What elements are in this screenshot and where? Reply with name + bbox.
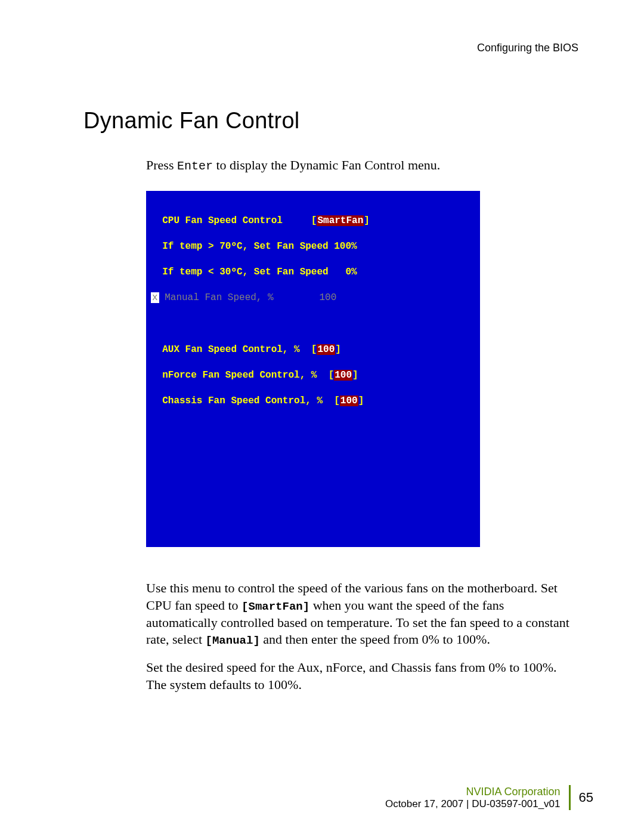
bios-pad3 — [151, 472, 475, 485]
footer-date: October 17, 2007 | DU-03597-001_v01 — [385, 798, 561, 810]
bios-x: x — [151, 292, 159, 303]
bios-screenshot: CPU Fan Speed Control [SmartFan] If temp… — [146, 191, 480, 547]
intro-post: to display the Dynamic Fan Control menu. — [213, 157, 440, 172]
bios-l5-close: ] — [335, 344, 341, 355]
bios-line-aux: AUX Fan Speed Control, % [100] — [151, 344, 475, 357]
footer-page-number: 65 — [579, 790, 593, 805]
bios-manual-rest: Manual Fan Speed, % 100 — [159, 292, 337, 303]
bios-pad1 — [151, 421, 475, 434]
p1-t3: and then enter the speed from 0% to 100%… — [260, 632, 490, 647]
bios-pad2 — [151, 446, 475, 459]
intro-mono: Enter — [177, 159, 213, 173]
intro-pre: Press — [146, 157, 177, 172]
bios-l7-label: Chassis Fan Speed Control, % [ — [151, 396, 340, 406]
paragraph-2: Set the desired speed for the Aux, nForc… — [146, 659, 578, 693]
bios-l1-label: CPU Fan Speed Control [ — [151, 215, 317, 226]
p1-m1: [SmartFan] — [242, 600, 309, 613]
bios-l1-close: ] — [364, 215, 370, 226]
bios-l6-close: ] — [352, 370, 358, 381]
p1-m2: [Manual] — [206, 634, 260, 647]
bios-l6-label: nForce Fan Speed Control, % [ — [151, 370, 334, 381]
bios-l6-val: 100 — [334, 370, 352, 381]
bios-pad4 — [151, 498, 475, 511]
bios-l7-val: 100 — [340, 396, 358, 406]
header-section: Configuring the BIOS — [83, 42, 578, 54]
bios-l1-val: SmartFan — [317, 215, 364, 226]
footer-separator — [569, 785, 571, 810]
intro-text: Press Enter to display the Dynamic Fan C… — [146, 157, 578, 173]
page-title: Dynamic Fan Control — [83, 108, 578, 134]
bios-l7-close: ] — [358, 396, 364, 406]
bios-line-hi: If temp > 70ºC, Set Fan Speed 100% — [151, 240, 475, 254]
bios-line-cpu: CPU Fan Speed Control [SmartFan] — [151, 215, 475, 228]
bios-line-nforce: nForce Fan Speed Control, % [100] — [151, 369, 475, 382]
bios-line-manual: x Manual Fan Speed, % 100 — [151, 292, 475, 305]
bios-l5-label: AUX Fan Speed Control, % [ — [151, 344, 317, 355]
bios-line-chassis: Chassis Fan Speed Control, % [100] — [151, 395, 475, 408]
bios-l5-val: 100 — [317, 344, 335, 355]
paragraph-1: Use this menu to control the speed of th… — [146, 580, 578, 648]
bios-line-lo: If temp < 30ºC, Set Fan Speed 0% — [151, 266, 475, 279]
footer-corp: NVIDIA Corporation — [466, 786, 560, 798]
page-footer: NVIDIA Corporation October 17, 2007 | DU… — [385, 785, 593, 810]
bios-blank — [151, 317, 475, 330]
